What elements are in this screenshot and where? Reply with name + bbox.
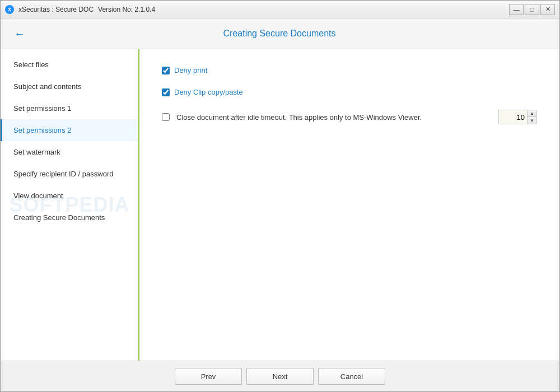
content-area: Deny print Deny Clip copy/paste Close do… [139,49,559,361]
deny-print-container: Deny print [162,66,207,74]
sidebar: SOFTPEDIA Select files Subject and conte… [1,49,139,361]
sidebar-item-set-permissions-2[interactable]: Set permissions 2 [1,119,138,141]
title-bar: x xSecuritas : Secure DOC Version No: 2.… [1,1,559,18]
deny-print-label[interactable]: Deny print [174,66,207,74]
idle-timeout-label[interactable]: Close document after idle timeout. This … [176,113,422,122]
minimize-button[interactable]: — [509,4,524,15]
back-button[interactable]: ← [10,25,30,43]
footer-bar: Prev Next Cancel [1,361,559,391]
spinner-up-button[interactable]: ▲ [528,110,536,117]
version-label: Version No: 2.1.0.4 [98,6,155,13]
sidebar-item-set-permissions-1[interactable]: Set permissions 1 [1,97,138,119]
idle-timeout-checkbox[interactable] [162,113,170,121]
sidebar-item-creating-secure[interactable]: Creating Secure Documents [1,207,138,228]
sidebar-item-set-watermark[interactable]: Set watermark [1,141,138,163]
main-window: x xSecuritas : Secure DOC Version No: 2.… [0,0,560,392]
prev-button[interactable]: Prev [175,368,242,385]
title-bar-left: x xSecuritas : Secure DOC Version No: 2.… [5,5,155,14]
cancel-button[interactable]: Cancel [318,368,385,385]
deny-clip-checkbox[interactable] [162,88,170,96]
sidebar-item-specify-recipient[interactable]: Specify recipient ID / password [1,163,138,185]
deny-clip-row: Deny Clip copy/paste [162,88,537,96]
idle-timeout-row: Close document after idle timeout. This … [162,110,537,124]
app-title: xSecuritas : Secure DOC [18,6,94,13]
deny-print-row: Deny print [162,66,537,74]
sidebar-item-select-files[interactable]: Select files [1,54,138,76]
next-button[interactable]: Next [246,368,314,385]
spinner-buttons: ▲ ▼ [527,110,536,124]
idle-timeout-value[interactable] [499,112,527,123]
deny-print-checkbox[interactable] [162,67,170,74]
close-button[interactable]: ✕ [540,4,555,15]
window-controls: — □ ✕ [509,4,555,15]
header-bar: ← Creating Secure Documents [1,18,559,49]
spinner-down-button[interactable]: ▼ [528,117,536,124]
deny-clip-container: Deny Clip copy/paste [162,88,243,96]
deny-clip-label[interactable]: Deny Clip copy/paste [174,88,243,96]
sidebar-item-view-document[interactable]: View document [1,185,138,207]
app-icon: x [5,5,14,14]
main-content: SOFTPEDIA Select files Subject and conte… [1,49,559,361]
idle-timeout-spinner: ▲ ▼ [498,110,537,124]
sidebar-item-subject-contents[interactable]: Subject and contents [1,76,138,97]
maximize-button[interactable]: □ [525,4,539,15]
header-title: Creating Secure Documents [36,29,550,39]
